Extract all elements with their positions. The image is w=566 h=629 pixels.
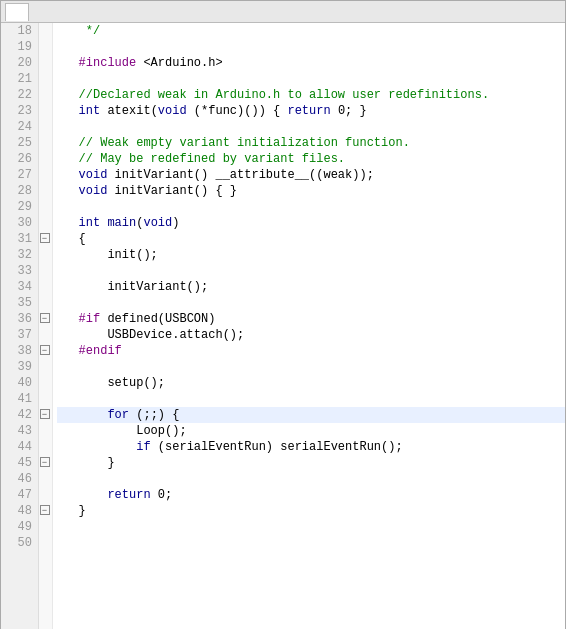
line-number: 46	[1, 471, 38, 487]
code-token	[57, 311, 79, 327]
line-number: 22	[1, 87, 38, 103]
fold-collapse-button[interactable]: −	[40, 233, 50, 243]
code-line	[57, 535, 565, 551]
line-number: 40	[1, 375, 38, 391]
code-line	[57, 359, 565, 375]
code-token: defined(USBCON)	[107, 311, 215, 327]
fold-marker	[39, 39, 52, 55]
code-line	[57, 71, 565, 87]
code-token: 0; }	[331, 103, 367, 119]
fold-marker	[39, 167, 52, 183]
code-line: void initVariant() { }	[57, 183, 565, 199]
fold-marker	[39, 103, 52, 119]
code-line: */	[57, 23, 565, 39]
code-token: int	[79, 103, 101, 119]
code-line: // Weak empty variant initialization fun…	[57, 135, 565, 151]
line-number: 24	[1, 119, 38, 135]
code-token	[57, 407, 107, 423]
code-token: */	[79, 23, 101, 39]
code-token	[57, 487, 107, 503]
code-token: // Weak empty variant initialization fun…	[79, 135, 410, 151]
fold-close-button[interactable]: −	[40, 345, 50, 355]
code-line: init();	[57, 247, 565, 263]
code-token	[100, 215, 107, 231]
code-token: init();	[57, 247, 158, 263]
fold-marker	[39, 535, 52, 551]
code-line	[57, 391, 565, 407]
line-number: 32	[1, 247, 38, 263]
fold-marker[interactable]: −	[39, 455, 52, 471]
line-number: 28	[1, 183, 38, 199]
code-line: int atexit(void (*func)()) { return 0; }	[57, 103, 565, 119]
code-token	[57, 215, 79, 231]
fold-marker[interactable]: −	[39, 343, 52, 359]
fold-marker	[39, 247, 52, 263]
code-line: //Declared weak in Arduino.h to allow us…	[57, 87, 565, 103]
fold-collapse-button[interactable]: −	[40, 409, 50, 419]
fold-close-button[interactable]: −	[40, 457, 50, 467]
fold-marker	[39, 279, 52, 295]
title-bar	[1, 1, 565, 23]
fold-marker	[39, 87, 52, 103]
code-line	[57, 471, 565, 487]
line-number: 37	[1, 327, 38, 343]
line-number: 48	[1, 503, 38, 519]
fold-marker	[39, 439, 52, 455]
fold-marker	[39, 375, 52, 391]
line-number: 27	[1, 167, 38, 183]
code-token: initVariant() { }	[107, 183, 237, 199]
line-number: 41	[1, 391, 38, 407]
code-token: (serialEventRun) serialEventRun();	[151, 439, 403, 455]
fold-marker	[39, 199, 52, 215]
code-token: void	[143, 215, 172, 231]
fold-marker	[39, 263, 52, 279]
fold-marker	[39, 215, 52, 231]
fold-marker	[39, 359, 52, 375]
code-line	[57, 39, 565, 55]
code-token	[57, 439, 136, 455]
code-token	[57, 151, 79, 167]
code-token: void	[79, 167, 108, 183]
code-token: // May be redefined by variant files.	[79, 151, 345, 167]
fold-marker	[39, 23, 52, 39]
line-number: 39	[1, 359, 38, 375]
code-token: void	[158, 103, 187, 119]
line-number: 43	[1, 423, 38, 439]
file-tab[interactable]	[5, 3, 29, 21]
line-number: 26	[1, 151, 38, 167]
code-token: <Arduino.h>	[136, 55, 222, 71]
code-token: void	[79, 183, 108, 199]
code-line: for (;;) {	[57, 407, 565, 423]
code-token: #include	[79, 55, 137, 71]
line-number: 45	[1, 455, 38, 471]
line-number: 35	[1, 295, 38, 311]
fold-marker[interactable]: −	[39, 311, 52, 327]
code-token	[57, 87, 79, 103]
code-line	[57, 263, 565, 279]
code-content[interactable]: */ #include <Arduino.h> //Declared weak …	[53, 23, 565, 629]
code-token: (*func)()) {	[187, 103, 288, 119]
fold-marker[interactable]: −	[39, 231, 52, 247]
code-token	[57, 135, 79, 151]
code-token: return	[287, 103, 330, 119]
line-number: 20	[1, 55, 38, 71]
code-line: int main(void)	[57, 215, 565, 231]
fold-marker	[39, 151, 52, 167]
code-line: {	[57, 231, 565, 247]
code-token: 0;	[151, 487, 173, 503]
code-token: #endif	[79, 343, 122, 359]
line-number: 44	[1, 439, 38, 455]
code-line: Loop();	[57, 423, 565, 439]
line-number: 29	[1, 199, 38, 215]
line-number: 42	[1, 407, 38, 423]
fold-close-button[interactable]: −	[40, 505, 50, 515]
fold-marker[interactable]: −	[39, 407, 52, 423]
fold-collapse-button[interactable]: −	[40, 313, 50, 323]
fold-marker[interactable]: −	[39, 503, 52, 519]
code-line: }	[57, 455, 565, 471]
code-line	[57, 119, 565, 135]
code-token	[57, 23, 79, 39]
code-token: )	[172, 215, 179, 231]
code-token: {	[57, 231, 86, 247]
code-token: USBDevice.attach();	[57, 327, 244, 343]
